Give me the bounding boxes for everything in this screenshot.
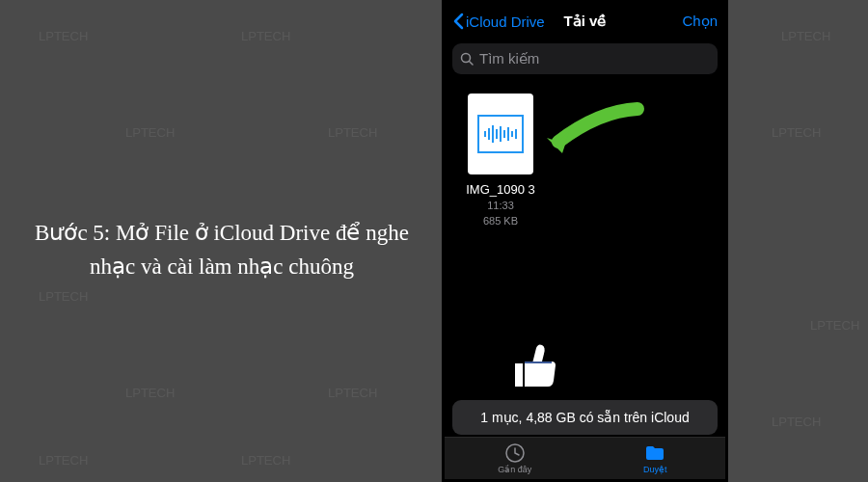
arrow-annotation [541, 101, 647, 169]
file-thumbnail [468, 94, 533, 174]
search-input[interactable]: Tìm kiếm [452, 43, 718, 74]
file-item[interactable]: IMG_1090 3 11:33 685 KB [458, 94, 543, 228]
file-size: 685 KB [458, 214, 543, 228]
phone-screenshot: iCloud Drive Tải về Chọn Tìm kiếm IMG_10… [442, 0, 728, 482]
svg-rect-6 [500, 126, 502, 142]
file-time: 11:33 [458, 199, 543, 212]
tab-browse[interactable]: Duyệt [585, 438, 726, 479]
svg-rect-2 [484, 131, 486, 137]
svg-line-1 [470, 62, 474, 66]
select-button[interactable]: Chọn [682, 13, 718, 30]
file-name: IMG_1090 3 [458, 182, 543, 197]
clock-icon [504, 442, 526, 464]
tab-recent[interactable]: Gần đây [445, 438, 585, 479]
svg-rect-8 [507, 127, 509, 141]
svg-rect-10 [515, 129, 517, 139]
svg-rect-4 [492, 125, 494, 143]
search-placeholder: Tìm kiếm [479, 50, 539, 67]
search-icon [460, 52, 474, 66]
tab-browse-label: Duyệt [643, 465, 667, 474]
back-label: iCloud Drive [466, 13, 545, 30]
navigation-bar: iCloud Drive Tải về Chọn [445, 3, 725, 40]
files-grid: IMG_1090 3 11:33 685 KB [445, 84, 725, 238]
back-button[interactable]: iCloud Drive [452, 13, 682, 30]
svg-rect-11 [525, 362, 552, 363]
svg-rect-3 [488, 128, 490, 140]
storage-info: 1 mục, 4,88 GB có sẵn trên iCloud [452, 400, 718, 435]
audio-waveform-icon [483, 124, 518, 144]
svg-rect-9 [511, 131, 513, 137]
thumbs-up-icon [507, 338, 561, 392]
svg-rect-5 [496, 129, 498, 139]
tab-bar: Gần đây Duyệt [445, 437, 725, 479]
svg-rect-7 [503, 130, 505, 138]
instruction-text: Bước 5: Mở File ở iCloud Drive để nghe n… [29, 217, 415, 283]
chevron-left-icon [452, 13, 464, 30]
tab-recent-label: Gần đây [498, 465, 531, 474]
folder-icon [644, 442, 665, 464]
